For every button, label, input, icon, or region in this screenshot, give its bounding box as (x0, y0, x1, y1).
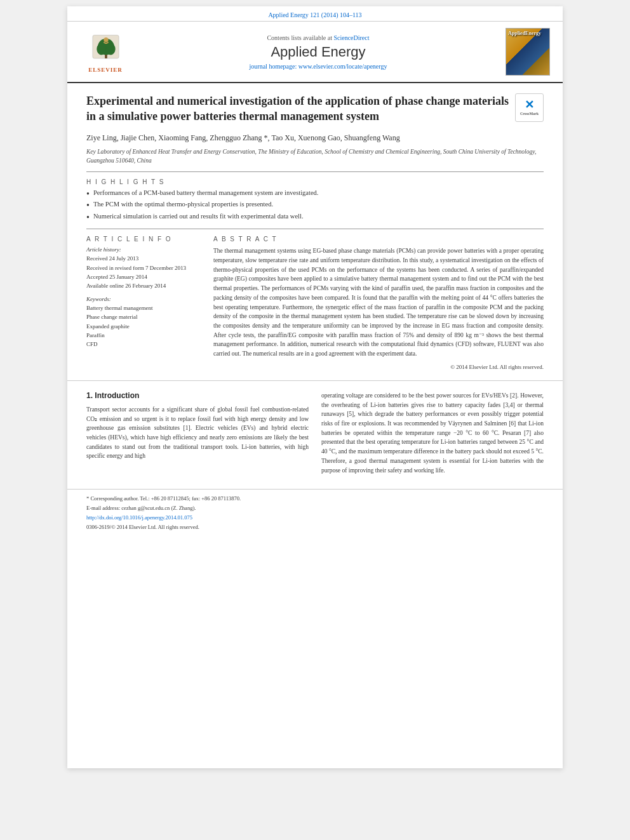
bullet-icon-3: • (86, 213, 90, 222)
footnote-doi: http://dx.doi.org/10.1016/j.apenergy.201… (86, 514, 544, 522)
svg-point-5 (104, 37, 108, 42)
crossmark-label: CrossMark (520, 111, 539, 116)
abstract-label: A B S T R A C T (213, 236, 544, 243)
two-col-main: 1. Introduction Transport sector account… (86, 391, 544, 479)
keyword-1: Battery thermal management (86, 303, 201, 312)
science-direct-anchor[interactable]: ScienceDirect (333, 34, 369, 41)
abstract-col: A B S T R A C T The thermal management s… (213, 236, 544, 370)
article-info-col: A R T I C L E I N F O Article history: R… (86, 236, 201, 370)
journal-cover-image: AppliedEnergy (506, 28, 550, 76)
highlight-text-1: Performances of a PCM-based battery ther… (93, 189, 319, 196)
divider-1 (86, 171, 544, 172)
elsevier-label: ELSEVIER (88, 67, 123, 73)
accepted-date: Accepted 25 January 2014 (86, 272, 201, 281)
crossmark-icon: ✕ (525, 99, 534, 110)
intro-para-1: Transport sector accounts for a signific… (86, 405, 309, 461)
keyword-5: CFD (86, 340, 201, 349)
article-info-label: A R T I C L E I N F O (86, 236, 201, 243)
highlight-text-3: Numerical simulation is carried out and … (93, 213, 304, 220)
highlights-section: H I G H L I G H T S • Performances of a … (86, 178, 544, 222)
keywords-section: Keywords: Battery thermal management Pha… (86, 296, 201, 349)
authors: Ziye Ling, Jiajie Chen, Xiaoming Fang, Z… (86, 132, 544, 143)
introduction-heading: 1. Introduction (86, 391, 309, 400)
abstract-text: The thermal management systems using EG-… (213, 246, 544, 359)
svg-point-4 (105, 43, 115, 55)
copyright-line: © 2014 Elsevier Ltd. All rights reserved… (213, 364, 544, 370)
article-title-text: Experimental and numerical investigation… (86, 95, 509, 123)
journal-title-block: Contents lists available at ScienceDirec… (131, 34, 506, 70)
crossmark-badge: ✕ CrossMark (515, 93, 544, 122)
main-left-col: 1. Introduction Transport sector account… (86, 391, 309, 479)
highlight-text-2: The PCM with the optimal thermo-physical… (93, 201, 273, 208)
highlight-item-3: • Numerical simulation is carried out an… (86, 213, 544, 222)
affiliation: Key Laboratory of Enhanced Heat Transfer… (86, 147, 544, 166)
article-info-abstract: A R T I C L E I N F O Article history: R… (86, 236, 544, 370)
authors-text: Ziye Ling, Jiajie Chen, Xiaoming Fang, Z… (86, 133, 400, 142)
elsevier-tree-icon (88, 30, 123, 65)
page: Applied Energy 121 (2014) 104–113 (67, 6, 563, 768)
footnote-email: E-mail address: cezhan g@scut.edu.cn (Z.… (86, 504, 544, 512)
svg-point-3 (97, 43, 106, 55)
elsevier-logo: ELSEVIER (80, 30, 131, 73)
keyword-3: Expanded graphite (86, 322, 201, 331)
highlight-item-1: • Performances of a PCM-based battery th… (86, 189, 544, 199)
affiliation-text: Key Laboratory of Enhanced Heat Transfer… (86, 149, 536, 164)
keywords-label: Keywords: (86, 296, 201, 302)
contents-label: Contents lists available at (267, 34, 332, 41)
doi-link[interactable]: http://dx.doi.org/10.1016/j.apenergy.201… (86, 514, 192, 521)
highlights-label: H I G H L I G H T S (86, 178, 544, 185)
cover-label: AppliedEnergy (508, 30, 541, 37)
available-date: Available online 26 February 2014 (86, 281, 201, 290)
citation-text: Applied Energy 121 (2014) 104–113 (268, 11, 361, 18)
history-label: Article history: (86, 246, 201, 253)
content-area: Experimental and numerical investigation… (67, 83, 563, 380)
main-content: 1. Introduction Transport sector account… (67, 380, 563, 489)
keyword-4: Paraffin (86, 331, 201, 340)
highlight-item-2: • The PCM with the optimal thermo-physic… (86, 201, 544, 210)
revised-date: Received in revised form 7 December 2013 (86, 263, 201, 272)
footnote-issn: 0306-2619/© 2014 Elsevier Ltd. All right… (86, 523, 544, 531)
received-date: Received 24 July 2013 (86, 254, 201, 263)
bullet-icon-1: • (86, 189, 90, 199)
journal-top-bar: Applied Energy 121 (2014) 104–113 (67, 6, 563, 22)
keyword-2: Phase change material (86, 312, 201, 321)
divider-2 (86, 229, 544, 229)
footnote-section: * Corresponding author. Tel.: +86 20 871… (67, 489, 563, 537)
bullet-icon-2: • (86, 201, 90, 210)
journal-homepage: journal homepage: www.elsevier.com/locat… (131, 63, 506, 70)
intro-para-2: operating voltage are considered to be t… (321, 391, 544, 475)
footnote-corresponding: * Corresponding author. Tel.: +86 20 871… (86, 495, 544, 503)
article-history: Article history: Received 24 July 2013 R… (86, 246, 201, 291)
journal-header: ELSEVIER Contents lists available at Sci… (67, 22, 563, 83)
article-title: Experimental and numerical investigation… (86, 93, 544, 124)
science-direct-link: Contents lists available at ScienceDirec… (131, 34, 506, 41)
homepage-link[interactable]: journal homepage: www.elsevier.com/locat… (250, 63, 387, 70)
main-right-col: operating voltage are considered to be t… (321, 391, 544, 479)
journal-main-title: Applied Energy (131, 44, 506, 60)
